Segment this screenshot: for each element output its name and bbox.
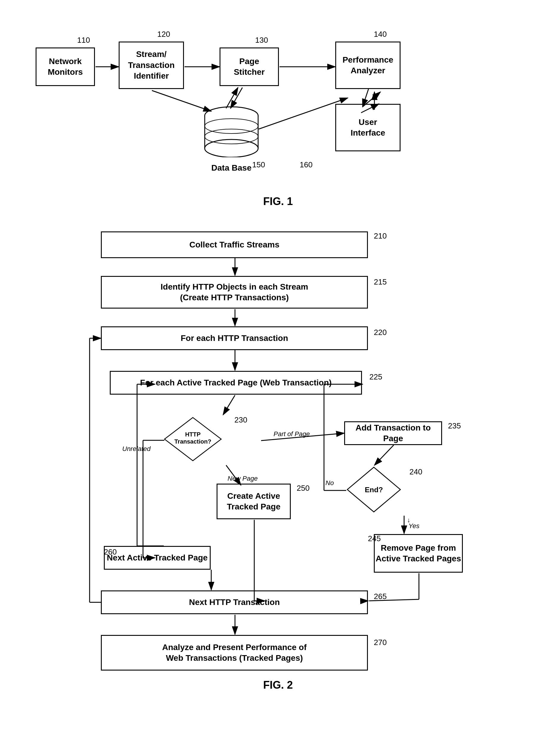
svg-text:No: No: [325, 479, 334, 487]
ref-240: 240: [410, 467, 422, 477]
svg-line-31: [223, 395, 235, 415]
svg-line-44: [226, 465, 241, 485]
ref-140: 140: [374, 30, 387, 39]
stream-identifier-box: Stream/ Transaction Identifier: [119, 41, 184, 89]
analyze-box: Analyze and Present Performance of Web T…: [101, 635, 368, 671]
ref-260: 260: [104, 547, 116, 557]
svg-text:↓: ↓: [407, 516, 410, 524]
ref-110: 110: [77, 36, 90, 45]
ref-245: 245: [368, 534, 381, 543]
svg-line-32: [261, 433, 344, 441]
database-label: Data Base: [193, 163, 270, 173]
fig1-section: 110 120 130 140 150 160 Network Monitors…: [18, 12, 538, 214]
page-stitcher-box: Page Stitcher: [219, 47, 279, 86]
ref-265: 265: [374, 592, 387, 601]
ref-225: 225: [370, 372, 382, 382]
next-http-box: Next HTTP Transaction: [101, 590, 368, 614]
for-each-http-box: For each HTTP Transaction: [101, 327, 368, 350]
create-active-box: Create Active Tracked Page: [217, 484, 291, 519]
svg-text:Unrelated: Unrelated: [122, 445, 151, 452]
svg-text:End?: End?: [364, 486, 383, 494]
svg-line-15: [259, 98, 348, 129]
page-container: 110 120 130 140 150 160 Network Monitors…: [0, 0, 556, 706]
for-each-active-box: For each Active Tracked Page (Web Transa…: [110, 371, 362, 394]
svg-text:Transaction?: Transaction?: [174, 438, 211, 445]
perf-analyzer-box: Performance Analyzer: [335, 41, 401, 89]
fig2-title: FIG. 2: [263, 679, 293, 691]
svg-text:Part of Page: Part of Page: [274, 430, 310, 438]
http-transaction-diamond: HTTP Transaction?: [163, 415, 222, 463]
ref-130: 130: [255, 36, 268, 45]
ref-270: 270: [374, 638, 387, 647]
ref-120: 120: [157, 30, 170, 39]
fig2-section: Collect Traffic Streams 210 Identify HTT…: [18, 226, 538, 694]
fig1-arrows: [18, 12, 538, 214]
remove-page-box: Remove Page from Active Tracked Pages: [374, 534, 463, 573]
ref-160: 160: [300, 160, 312, 169]
identify-box: Identify HTTP Objects in each Stream (Cr…: [101, 276, 368, 309]
collect-box: Collect Traffic Streams: [101, 232, 368, 258]
svg-text:HTTP: HTTP: [185, 431, 201, 438]
ref-250: 250: [297, 484, 309, 493]
add-transaction-box: Add Transaction to Page: [344, 421, 442, 445]
ref-220: 220: [374, 328, 387, 337]
network-monitors-box: Network Monitors: [36, 47, 95, 86]
svg-text:New Page: New Page: [228, 475, 258, 482]
next-active-box: Next Active Tracked Page: [104, 546, 211, 570]
ref-235: 235: [448, 421, 461, 431]
end-diamond: End?: [344, 466, 404, 513]
svg-text:Yes: Yes: [409, 522, 419, 529]
ref-215: 215: [374, 277, 387, 287]
ref-230: 230: [234, 415, 247, 424]
ref-210: 210: [374, 232, 387, 241]
user-interface-box: User Interface: [335, 104, 401, 151]
svg-line-34: [374, 445, 394, 465]
fig1-title: FIG. 1: [263, 195, 293, 208]
svg-point-4: [205, 139, 258, 157]
database-cylinder: [202, 104, 261, 157]
